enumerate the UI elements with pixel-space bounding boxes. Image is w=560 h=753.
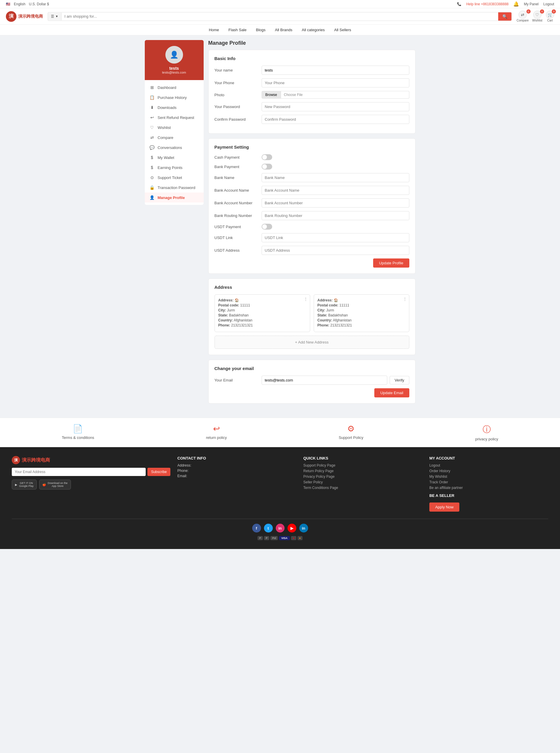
terms-icon: 📄: [73, 424, 83, 434]
facebook-button[interactable]: f: [252, 524, 261, 533]
footer-logout[interactable]: Logout: [429, 463, 548, 468]
top-bar: 🇺🇸 English U.S. Dollar $ 📞 Help line +86…: [0, 0, 560, 8]
bank-routing-row: Bank Routing Number: [215, 211, 409, 220]
cart-icon[interactable]: 🛒 0 Cart: [546, 11, 554, 22]
name-input[interactable]: [262, 66, 409, 75]
bank-payment-label: Bank Payment: [215, 164, 262, 169]
sidebar-item-support-ticket[interactable]: ⊙ Support Ticket: [145, 173, 204, 182]
sidebar-item-my-wallet[interactable]: $ My Wallet: [145, 153, 204, 162]
currency-selector[interactable]: U.S. Dollar $: [29, 2, 49, 6]
search-bar: ☰ ▼ 🔍: [48, 12, 512, 21]
footer-link-privacy-policy[interactable]: Privacy Policy Page: [303, 475, 422, 479]
helpline-text: Help line +8618383388888: [466, 2, 508, 6]
search-category-dropdown[interactable]: ☰ ▼: [48, 13, 61, 20]
usdt-address-input[interactable]: [262, 246, 409, 255]
linkedin-button[interactable]: in: [299, 524, 308, 533]
update-email-button[interactable]: Update Email: [374, 388, 409, 397]
sidebar-item-compare[interactable]: ⇄ Compare: [145, 133, 204, 142]
sidebar-item-purchase-history[interactable]: 📋 Purchase History: [145, 93, 204, 102]
nav-all-sellers[interactable]: All Sellers: [334, 28, 352, 32]
email-input[interactable]: [262, 376, 387, 385]
confirm-password-row: Confirm Password: [215, 115, 409, 124]
cash-payment-toggle[interactable]: [262, 154, 272, 160]
logout-link[interactable]: Logout: [543, 2, 554, 6]
bank-account-name-input[interactable]: [262, 186, 409, 195]
footer-order-history[interactable]: Order History: [429, 469, 548, 473]
address-item-2: ⋮ Address: 🏠 Postal code: 11111 City: Ju…: [314, 294, 409, 332]
address-menu-1[interactable]: ⋮: [304, 297, 307, 301]
privacy-policy-item[interactable]: ⓘ privacy policy: [475, 424, 498, 441]
logo-text: 演示跨境电商: [18, 14, 43, 19]
sent-refund-icon: ↩: [149, 115, 155, 120]
sidebar-item-transaction-password[interactable]: 🔒 Transaction Password: [145, 182, 204, 193]
subscribe-button[interactable]: Subscribe: [147, 468, 170, 476]
language-selector[interactable]: English: [14, 2, 25, 6]
wishlist-icon[interactable]: ♡ 0 Wishlist: [532, 11, 542, 22]
footer-link-term-conditions[interactable]: Term Conditions Page: [303, 486, 422, 490]
phone-input[interactable]: [262, 78, 409, 87]
sidebar-item-dashboard[interactable]: ⊞ Dashboard: [145, 82, 204, 93]
return-policy-item[interactable]: ↩ return policy: [206, 424, 227, 441]
sidebar-item-downloads[interactable]: ⬇ Downloads: [145, 102, 204, 113]
apply-now-button[interactable]: Apply Now: [429, 502, 459, 512]
search-input[interactable]: [61, 12, 499, 20]
password-row: Your Password: [215, 102, 409, 111]
footer-link-seller-policy[interactable]: Seller Policy: [303, 480, 422, 484]
confirm-password-input[interactable]: [262, 115, 409, 124]
footer-link-return-policy[interactable]: Return Policy Page: [303, 469, 422, 473]
logo[interactable]: 演 演示跨境电商: [6, 11, 43, 22]
nav-all-categories[interactable]: All categories: [302, 28, 325, 32]
nav-home[interactable]: Home: [209, 28, 219, 32]
footer-top: 演 演示跨境电商 Subscribe ▶ GET IT ON Google Pl…: [12, 456, 548, 512]
footer-track-order[interactable]: Track Order: [429, 480, 548, 484]
payment-setting-title: Payment Setting: [215, 144, 409, 150]
compare-icon[interactable]: ⇄ 0 Compare: [517, 11, 528, 22]
footer-affiliate[interactable]: Be an affiliate partner: [429, 486, 548, 490]
youtube-button[interactable]: ▶: [287, 524, 296, 533]
be-seller-title: BE A SELLER: [429, 493, 548, 498]
bank-payment-toggle[interactable]: [262, 164, 272, 170]
app-store-btn[interactable]: 🍎 Download on the App Store: [39, 479, 71, 490]
nav-all-brands[interactable]: All Brands: [275, 28, 292, 32]
notification-icon[interactable]: 🔔: [513, 1, 519, 7]
bank-name-label: Bank Name: [215, 175, 262, 180]
footer: 演 演示跨境电商 Subscribe ▶ GET IT ON Google Pl…: [0, 447, 560, 549]
nav-blogs[interactable]: Blogs: [256, 28, 266, 32]
sidebar-item-earning-points[interactable]: $ Earning Points: [145, 162, 204, 173]
payment-logos: P P Pol VISA ● ●: [12, 536, 548, 540]
contact-phone: Phone:: [177, 469, 296, 473]
update-profile-button[interactable]: Update Profile: [373, 258, 409, 267]
usdt-payment-label: USDT Payment: [215, 224, 262, 229]
support-ticket-icon: ⊙: [149, 175, 155, 180]
sidebar-item-conversations[interactable]: 💬 Conversations: [145, 142, 204, 153]
file-name-display: Choose File: [281, 91, 409, 99]
my-panel-link[interactable]: My Panel: [524, 2, 539, 6]
footer-my-wishlist[interactable]: My Wishlist: [429, 475, 548, 479]
sidebar-item-manage-profile[interactable]: 👤 Manage Profile: [145, 193, 204, 202]
footer-email-input[interactable]: [12, 468, 146, 476]
nav-flash-sale[interactable]: Flash Sale: [228, 28, 246, 32]
browse-button[interactable]: Browse: [262, 91, 281, 99]
footer-link-support-policy[interactable]: Support Policy Page: [303, 463, 422, 468]
google-play-btn[interactable]: ▶ GET IT ON Google Play: [12, 479, 37, 490]
sidebar-item-sent-refund[interactable]: ↩ Sent Refund Request: [145, 113, 204, 122]
instagram-button[interactable]: in: [276, 524, 284, 533]
address-menu-2[interactable]: ⋮: [403, 297, 407, 301]
usdt-link-input[interactable]: [262, 233, 409, 242]
footer-logo: 演 演示跨境电商: [12, 456, 171, 464]
verify-button[interactable]: Verify: [389, 376, 409, 384]
compare-sidebar-icon: ⇄: [149, 135, 155, 140]
twitter-button[interactable]: t: [264, 524, 273, 533]
manage-profile-icon: 👤: [149, 195, 155, 200]
terms-conditions-item[interactable]: 📄 Terms & conditions: [62, 424, 94, 441]
sidebar-item-wishlist[interactable]: ♡ Wishlist: [145, 122, 204, 133]
bank-account-number-input[interactable]: [262, 198, 409, 207]
bank-name-input[interactable]: [262, 173, 409, 182]
add-new-address-button[interactable]: + Add New Address: [215, 336, 409, 349]
support-policy-item[interactable]: ⚙ Support Policy: [339, 424, 363, 441]
usdt-payment-toggle[interactable]: [262, 224, 272, 230]
bank-routing-input[interactable]: [262, 211, 409, 220]
search-button[interactable]: 🔍: [498, 12, 512, 21]
password-input[interactable]: [262, 102, 409, 111]
header: 演 演示跨境电商 ☰ ▼ 🔍 ⇄ 0 Compare ♡ 0 Wishlist …: [0, 8, 560, 25]
